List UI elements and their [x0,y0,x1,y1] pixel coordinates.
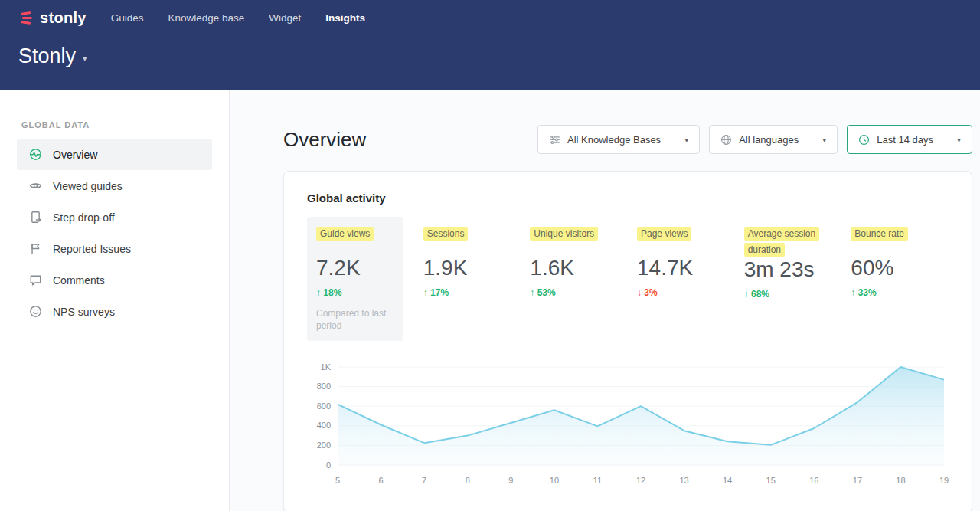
sliders-icon [549,134,560,146]
sidebar: GLOBAL DATA OverviewViewed guidesStep dr… [0,90,230,511]
step-dropoff-icon [29,211,42,224]
metric-label: Average session duration [744,227,820,257]
main-content: Overview All Knowledge Bases▾All languag… [230,90,980,511]
metric-average-session-duration[interactable]: Average session duration3m 23s↑ 68% [735,217,842,341]
svg-text:16: 16 [809,476,818,485]
metrics-row: Guide views7.2K↑ 18%Compared to last per… [307,217,949,341]
svg-text:6: 6 [379,476,384,485]
eye-icon [29,179,42,192]
metric-guide-views[interactable]: Guide views7.2K↑ 18%Compared to last per… [307,217,403,341]
metric-label: Sessions [423,227,469,241]
workspace-title: Stonly [18,44,76,68]
svg-text:19: 19 [939,476,949,485]
sidebar-item-label: Step drop-off [53,211,115,224]
svg-text:800: 800 [317,382,331,391]
filter-label: All Knowledge Bases [567,134,661,146]
sidebar-item-label: Reported Issues [53,243,131,255]
metric-change: ↑ 33% [851,287,939,298]
filter-label: All languages [739,134,799,146]
metric-change: ↓ 3% [637,287,726,298]
workspace-switcher[interactable]: Stonly ▾ [18,44,87,68]
svg-text:14: 14 [723,476,732,485]
metric-sessions[interactable]: Sessions1.9K↑ 17% [414,217,521,341]
smiley-icon [29,305,42,318]
sidebar-item-label: Comments [53,274,105,287]
app-logo[interactable]: stonly [18,9,87,27]
svg-text:10: 10 [550,476,559,485]
chart-area: 02004006008001K5678910111213141516171819 [307,359,949,494]
metric-label: Unique visitors [530,227,598,241]
svg-text:13: 13 [679,476,688,485]
sidebar-nav: OverviewViewed guidesStep drop-offReport… [0,139,229,327]
nav-item-insights[interactable]: Insights [325,12,365,24]
sidebar-item-label: Overview [53,149,97,161]
page-title: Overview [283,128,366,152]
main-header: Overview All Knowledge Bases▾All languag… [230,90,980,154]
svg-text:17: 17 [853,476,862,485]
stonly-logo-icon [18,10,34,26]
overview-icon [29,148,42,161]
metric-label: Page views [637,227,691,241]
page-body: GLOBAL DATA OverviewViewed guidesStep dr… [0,90,980,511]
metric-change: ↑ 53% [530,287,619,298]
sidebar-item-step-drop-off[interactable]: Step drop-off [17,201,212,233]
svg-text:18: 18 [896,476,905,485]
global-activity-card: Global activity Guide views7.2K↑ 18%Comp… [283,171,972,511]
svg-text:5: 5 [335,476,340,485]
svg-text:15: 15 [766,476,776,485]
chevron-down-icon: ▾ [684,136,688,144]
metric-value: 60% [851,257,939,280]
nav-item-knowledge-base[interactable]: Knowledge base [168,12,244,24]
sidebar-item-overview[interactable]: Overview [17,139,212,170]
filter-last-14-days[interactable]: Last 14 days▾ [847,125,972,154]
metric-label: Guide views [316,227,374,241]
svg-text:12: 12 [636,476,645,485]
svg-text:600: 600 [317,401,331,411]
metric-value: 3m 23s [744,258,833,282]
metric-change: ↑ 18% [316,287,394,298]
chevron-down-icon: ▾ [822,136,826,144]
metric-change: ↑ 17% [423,287,512,298]
svg-text:7: 7 [422,476,426,485]
filters: All Knowledge Bases▾All languages▾Last 1… [537,125,972,154]
filter-all-knowledge-bases[interactable]: All Knowledge Bases▾ [537,125,700,154]
filter-label: Last 14 days [877,134,933,146]
metric-note: Compared to last period [316,307,393,332]
svg-text:9: 9 [508,476,513,485]
sidebar-section-label: GLOBAL DATA [21,120,229,129]
sidebar-item-label: NPS surveys [53,306,115,318]
metric-value: 14.7K [637,257,726,280]
flag-icon [29,242,42,255]
svg-text:0: 0 [326,460,331,470]
svg-text:200: 200 [317,441,331,450]
nav-item-guides[interactable]: Guides [111,12,144,24]
filter-all-languages[interactable]: All languages▾ [709,125,838,154]
globe-icon [720,134,732,146]
metric-value: 1.9K [423,257,512,280]
metric-change: ↑ 68% [744,289,833,300]
metric-page-views[interactable]: Page views14.7K↓ 3% [628,217,735,341]
logo-text: stonly [40,9,87,27]
chevron-down-icon: ▾ [83,54,87,64]
chevron-down-icon: ▾ [957,136,961,144]
sidebar-item-comments[interactable]: Comments [17,264,212,296]
top-nav: stonly GuidesKnowledge baseWidgetInsight… [18,0,962,35]
svg-text:1K: 1K [321,362,332,372]
sidebar-item-nps-surveys[interactable]: NPS surveys [17,296,212,327]
metric-label: Bounce rate [851,227,908,241]
sidebar-item-reported-issues[interactable]: Reported Issues [17,233,212,264]
comment-icon [29,274,42,287]
card-title: Global activity [307,192,949,205]
metric-bounce-rate[interactable]: Bounce rate60%↑ 33% [841,217,949,341]
svg-text:8: 8 [466,476,470,485]
app-header: stonly GuidesKnowledge baseWidgetInsight… [0,0,980,90]
svg-text:11: 11 [593,476,602,485]
nav-item-widget[interactable]: Widget [269,12,301,24]
svg-text:400: 400 [317,421,331,430]
metric-value: 1.6K [530,257,619,280]
sidebar-item-viewed-guides[interactable]: Viewed guides [17,170,212,201]
metric-value: 7.2K [316,257,394,280]
global-activity-chart: 02004006008001K5678910111213141516171819 [307,359,950,491]
clock-icon [858,134,870,146]
metric-unique-visitors[interactable]: Unique visitors1.6K↑ 53% [521,217,628,341]
